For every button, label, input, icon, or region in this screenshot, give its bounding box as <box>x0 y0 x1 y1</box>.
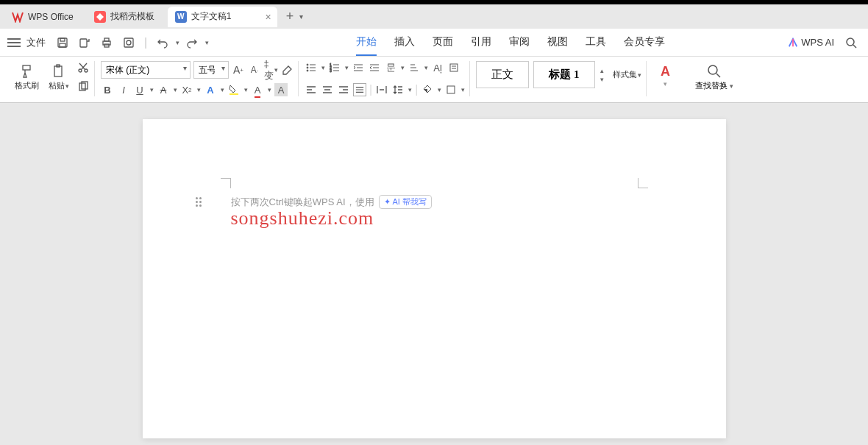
margin-corner-tr <box>638 178 648 188</box>
char-shading-icon[interactable]: A <box>274 83 288 96</box>
menu-tab-reference[interactable]: 引用 <box>471 29 491 56</box>
undo-dropdown[interactable]: ▾ <box>176 39 179 46</box>
save-icon[interactable] <box>53 33 72 52</box>
show-marks-icon[interactable] <box>447 61 460 74</box>
align-justify-icon[interactable] <box>353 83 366 96</box>
clear-format-icon[interactable] <box>280 63 294 76</box>
line-wrap-icon[interactable]: Aļ <box>431 61 444 74</box>
ribbon: 格式刷 粘贴▾ A+ A- ‡变▾ <box>0 57 868 103</box>
svg-point-20 <box>307 70 308 71</box>
ai-help-chip[interactable]: ✦ AI 帮我写 <box>379 195 432 209</box>
border-icon[interactable] <box>444 83 458 96</box>
menu-tab-start[interactable]: 开始 <box>356 29 377 56</box>
tab-label: WPS Office <box>28 12 74 22</box>
ribbon-group-styles: 正文 标题 1 ▴ ▾ 样式集▾ <box>472 61 646 96</box>
phonetic-guide-icon[interactable]: ‡变▾ <box>264 63 277 76</box>
superscript-icon[interactable]: X2 <box>180 83 193 96</box>
cut-icon[interactable] <box>77 61 90 74</box>
style-heading-1[interactable]: 标题 1 <box>533 61 594 88</box>
separator: | <box>144 36 147 49</box>
sort-icon[interactable] <box>408 61 421 74</box>
style-normal[interactable]: 正文 <box>476 61 529 88</box>
tab-close-icon[interactable]: × <box>265 11 271 23</box>
svg-point-9 <box>847 38 854 46</box>
find-replace-button[interactable]: 查找替换▾ <box>689 61 739 94</box>
align-center-icon[interactable] <box>321 83 334 96</box>
highlight-icon[interactable] <box>227 83 241 96</box>
copy-icon[interactable] <box>77 80 90 93</box>
svg-text:3: 3 <box>330 68 332 73</box>
italic-icon[interactable]: I <box>117 83 130 96</box>
align-right-icon[interactable] <box>337 83 350 96</box>
line-spacing-icon[interactable] <box>391 83 405 96</box>
new-tab-button[interactable]: + <box>286 9 294 24</box>
menu-tab-review[interactable]: 审阅 <box>509 29 530 56</box>
redo-dropdown[interactable]: ▾ <box>205 39 209 46</box>
undo-icon[interactable] <box>153 33 172 52</box>
menu-tab-page[interactable]: 页面 <box>433 29 453 56</box>
decrease-indent-icon[interactable] <box>352 61 365 74</box>
font-color-icon[interactable]: A <box>251 83 264 96</box>
svg-rect-7 <box>124 38 133 47</box>
style-scroll-up[interactable]: ▴ <box>600 67 604 74</box>
export-icon[interactable] <box>75 33 94 52</box>
word-doc-icon: W <box>175 11 187 23</box>
svg-rect-6 <box>104 44 109 47</box>
sparkle-icon: ✦ <box>384 197 391 207</box>
font-size-select[interactable] <box>193 61 229 79</box>
tab-label: 文字文稿1 <box>191 10 232 23</box>
bullet-list-icon[interactable] <box>305 61 318 74</box>
ribbon-group-paragraph: ▾ 123▾ 문▾ ▾ Aļ | ▾ | ▾ ▾ <box>300 61 470 96</box>
wps-ai-label: WPS AI <box>801 37 834 48</box>
number-list-icon[interactable]: 123 <box>328 61 341 74</box>
file-menu[interactable]: 文件 <box>26 36 46 49</box>
wps-logo-icon <box>12 11 24 23</box>
ribbon-group-font: A+ A- ‡变▾ B I U▾ A▾ X2▾ A▾ ▾ A ▾ A <box>96 61 299 96</box>
wps-ai-button[interactable]: WPS AI <box>788 37 834 48</box>
text-effect-icon[interactable]: A <box>204 83 217 96</box>
paste-button[interactable]: 粘贴▾ <box>44 63 74 93</box>
format-painter-button[interactable]: 格式刷 <box>12 63 41 93</box>
tab-document[interactable]: W 文字文稿1 × <box>168 7 277 27</box>
search-icon[interactable] <box>842 33 861 52</box>
align-left-icon[interactable] <box>305 83 318 96</box>
increase-font-icon[interactable]: A+ <box>232 63 245 76</box>
distribute-icon[interactable] <box>375 83 388 96</box>
docer-icon <box>94 11 106 23</box>
svg-point-26 <box>708 65 717 74</box>
paragraph-handle-icon[interactable] <box>196 197 202 207</box>
print-icon[interactable] <box>97 33 116 52</box>
menu-tabs: 开始 插入 页面 引用 审阅 视图 工具 会员专享 <box>356 29 665 56</box>
decrease-font-icon[interactable]: A- <box>248 63 261 76</box>
tab-wps-home[interactable]: WPS Office <box>4 7 84 27</box>
style-scroll-down[interactable]: ▾ <box>600 76 604 83</box>
document-canvas: 按下两次Ctrl键唤起WPS AI，使用 ✦ AI 帮我写 songshuhez… <box>0 103 868 438</box>
style-set-button[interactable]: 样式集▾ <box>613 69 641 80</box>
text-effects-button[interactable]: A ▾ <box>652 61 679 90</box>
menu-left: 文件 | ▾ ▾ <box>7 33 209 52</box>
increase-indent-icon[interactable] <box>368 61 381 74</box>
shading-icon[interactable] <box>421 83 434 96</box>
strikethrough-icon[interactable]: A <box>157 83 170 96</box>
menu-tab-view[interactable]: 视图 <box>547 29 568 56</box>
text-direction-icon[interactable]: 문 <box>384 61 397 74</box>
tab-docer-template[interactable]: 找稻壳模板 <box>87 7 165 27</box>
tab-bar: WPS Office 找稻壳模板 W 文字文稿1 × + ▾ <box>0 4 868 29</box>
menu-tab-member[interactable]: 会员专享 <box>624 29 665 56</box>
menu-tab-tools[interactable]: 工具 <box>586 29 606 56</box>
format-painter-icon <box>19 64 34 79</box>
underline-icon[interactable]: U <box>133 83 146 96</box>
tab-label: 找稻壳模板 <box>110 10 154 23</box>
text-effects-icon: A <box>658 64 673 79</box>
svg-point-18 <box>307 64 308 65</box>
redo-icon[interactable] <box>182 33 202 52</box>
document-page[interactable]: 按下两次Ctrl键唤起WPS AI，使用 ✦ AI 帮我写 songshuhez… <box>143 119 726 438</box>
ai-logo-icon <box>788 38 798 48</box>
bold-icon[interactable]: B <box>101 83 114 96</box>
hamburger-icon[interactable] <box>7 38 21 47</box>
print-preview-icon[interactable] <box>119 33 138 52</box>
new-tab-dropdown[interactable]: ▾ <box>299 13 303 21</box>
svg-rect-5 <box>104 38 109 41</box>
menu-tab-insert[interactable]: 插入 <box>394 29 415 56</box>
font-family-select[interactable] <box>101 61 191 79</box>
